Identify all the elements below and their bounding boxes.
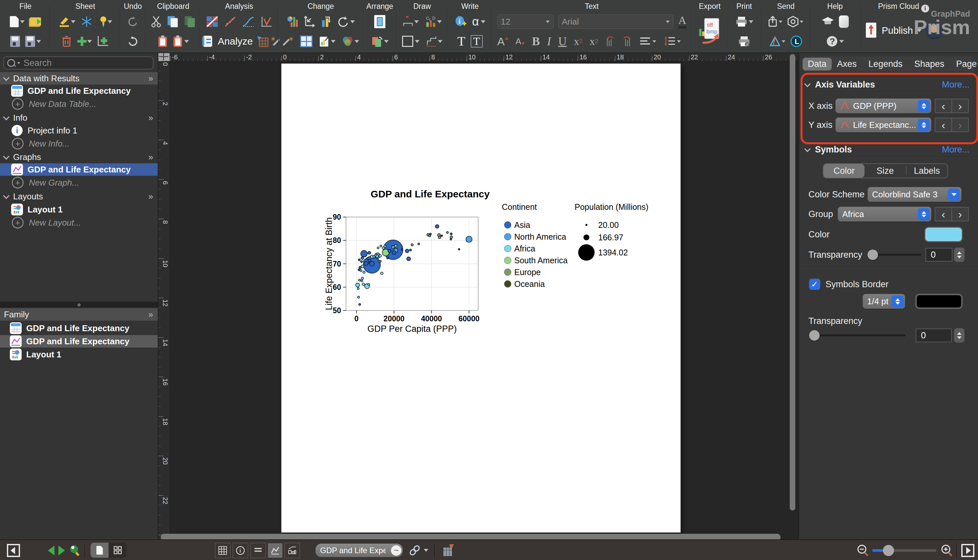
- double-chevron-icon[interactable]: »: [149, 73, 152, 83]
- border-transparency-stepper[interactable]: [954, 328, 965, 343]
- font-color-icon[interactable]: A: [678, 15, 686, 28]
- zoom-in-icon[interactable]: [941, 540, 953, 560]
- superscript-icon[interactable]: x2: [574, 36, 582, 47]
- publish-label[interactable]: Publish: [881, 25, 913, 36]
- data-bubble[interactable]: [362, 283, 365, 285]
- interpolate-icon[interactable]: [257, 35, 269, 47]
- data-bubble[interactable]: [379, 255, 381, 257]
- linear-regression-icon[interactable]: [225, 16, 236, 27]
- double-chevron-icon[interactable]: »: [149, 113, 152, 123]
- data-bubble[interactable]: [388, 249, 391, 252]
- double-chevron-icon[interactable]: »: [149, 192, 152, 202]
- data-bubble[interactable]: [406, 249, 409, 253]
- bold-icon[interactable]: B: [532, 35, 540, 47]
- next-button[interactable]: ›: [951, 99, 968, 112]
- more-link[interactable]: More...: [942, 145, 970, 155]
- pin-sheet-icon[interactable]: [98, 16, 112, 28]
- data-bubble[interactable]: [368, 252, 371, 255]
- data-bubble[interactable]: [435, 225, 439, 228]
- data-bubble[interactable]: [361, 257, 364, 259]
- double-chevron-icon[interactable]: »: [149, 310, 152, 320]
- labarchives-icon[interactable]: L: [790, 35, 802, 47]
- save-icon[interactable]: [10, 36, 20, 47]
- greek-alpha-icon[interactable]: α: [472, 16, 486, 28]
- subscript-icon[interactable]: x2: [590, 36, 598, 47]
- info-view-icon[interactable]: i: [232, 543, 248, 558]
- sidebar-item-project-info[interactable]: i Project info 1: [0, 124, 158, 137]
- graph-view-icon[interactable]: [268, 543, 282, 558]
- data-bubble[interactable]: [387, 257, 389, 259]
- open-folder-icon[interactable]: [30, 17, 41, 26]
- data-bubble[interactable]: [441, 235, 443, 237]
- data-bubble[interactable]: [355, 283, 359, 287]
- rotate-object-icon[interactable]: [371, 35, 389, 48]
- linked-data-icon[interactable]: [442, 540, 455, 560]
- new-file-icon[interactable]: [10, 16, 25, 27]
- data-bubble[interactable]: [368, 283, 370, 285]
- expand-panel-icon[interactable]: [961, 540, 975, 560]
- simulate-wand-icon[interactable]: ✳: [272, 35, 276, 47]
- mode-size[interactable]: Size: [865, 164, 906, 178]
- help-question-icon[interactable]: ?: [826, 35, 844, 47]
- analysis-checklist-icon[interactable]: [261, 16, 272, 27]
- data-bubble[interactable]: [368, 259, 371, 262]
- column-letters-icon[interactable]: CLD: [426, 16, 442, 28]
- text-tool-icon[interactable]: T: [457, 35, 465, 48]
- data-bubble[interactable]: [359, 279, 360, 281]
- transparency-slider[interactable]: [869, 254, 921, 256]
- data-bubble[interactable]: [361, 265, 364, 268]
- package-icon[interactable]: [788, 16, 804, 28]
- data-bubble[interactable]: [361, 280, 363, 282]
- paste-special-icon[interactable]: [173, 35, 189, 48]
- data-bubble[interactable]: [458, 248, 460, 250]
- graph-selector[interactable]: GDP and Life Expectancy ~: [315, 543, 403, 557]
- sidebar-section-layouts[interactable]: Layouts »: [0, 190, 158, 203]
- data-bubble[interactable]: [360, 270, 362, 272]
- data-bubble[interactable]: [450, 238, 452, 240]
- selection-icon[interactable]: [374, 15, 386, 28]
- data-bubble[interactable]: [381, 272, 383, 275]
- data-bubble[interactable]: [380, 260, 381, 262]
- link-icon[interactable]: [408, 540, 421, 560]
- data-bubble[interactable]: [359, 266, 361, 268]
- border-transparency-slider[interactable]: [810, 335, 906, 337]
- swap-axes-icon[interactable]: [304, 16, 315, 28]
- step-line-icon[interactable]: [426, 36, 442, 47]
- tab-data[interactable]: Data: [803, 58, 832, 70]
- data-bubble[interactable]: [358, 269, 360, 271]
- new-sheet-icon[interactable]: [77, 36, 92, 47]
- analyze-label[interactable]: Analyze: [218, 36, 253, 47]
- sidebar-item-new-layout[interactable]: + New Layout...: [0, 217, 158, 229]
- data-bubble[interactable]: [370, 262, 374, 266]
- rename-sheet-icon[interactable]: [58, 16, 75, 27]
- data-bubble[interactable]: [401, 249, 403, 250]
- academy-icon[interactable]: [821, 17, 834, 27]
- updown-icon[interactable]: [918, 208, 930, 220]
- next-sheet-icon[interactable]: [58, 540, 65, 560]
- sidebar-section-data-with-results[interactable]: Data with Results »: [0, 72, 158, 85]
- cut-icon[interactable]: [150, 16, 162, 28]
- export-icon[interactable]: tiffbmp: [698, 18, 721, 45]
- group-select[interactable]: Africa: [838, 207, 931, 222]
- data-bubble[interactable]: [374, 254, 377, 256]
- table-view-icon[interactable]: [215, 543, 230, 558]
- vertical-scrollbar[interactable]: [790, 54, 795, 510]
- single-page-view-icon[interactable]: [90, 543, 108, 558]
- data-bubble[interactable]: [357, 296, 359, 298]
- nonlinear-fit-icon[interactable]: [242, 16, 254, 27]
- rotate-text-left-icon[interactable]: [606, 36, 615, 47]
- more-link[interactable]: More...: [942, 80, 970, 90]
- search-sheets-icon[interactable]: [69, 540, 81, 560]
- border-transparency-value[interactable]: 0: [916, 328, 952, 342]
- selector-toggle-icon[interactable]: ~: [391, 545, 401, 556]
- zoom-out-icon[interactable]: [857, 540, 869, 560]
- data-bubble[interactable]: [446, 232, 448, 233]
- increase-font-icon[interactable]: A: [497, 35, 508, 48]
- change-order-icon[interactable]: [321, 16, 331, 28]
- data-bubble[interactable]: [450, 233, 452, 235]
- data-bubble[interactable]: [359, 259, 360, 261]
- data-bubble[interactable]: [438, 236, 441, 239]
- axis-variables-header[interactable]: Axis Variables More...: [799, 79, 978, 90]
- updown-icon[interactable]: [891, 295, 903, 308]
- data-bubble[interactable]: [384, 245, 386, 248]
